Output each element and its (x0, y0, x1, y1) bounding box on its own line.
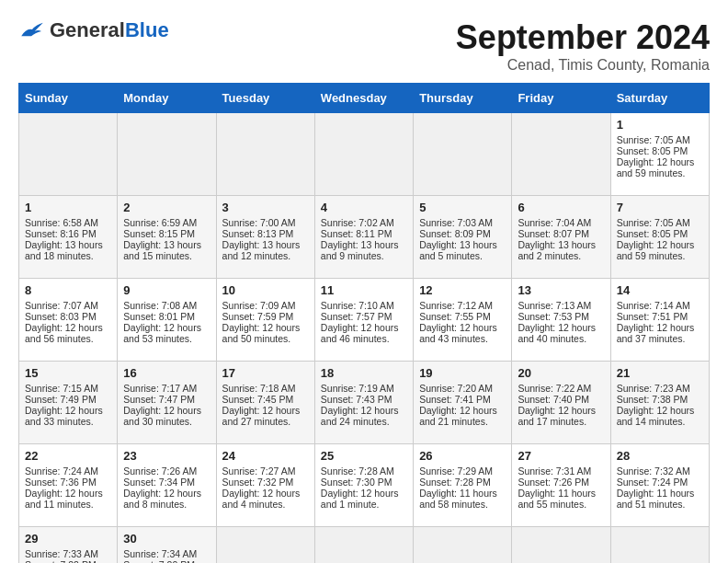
sunset-text: Sunset: 7:28 PM (419, 477, 506, 488)
table-cell: 17Sunrise: 7:18 AMSunset: 7:45 PMDayligh… (216, 362, 314, 444)
sunset-text: Sunset: 7:40 PM (518, 394, 604, 405)
day-number: 5 (419, 201, 506, 214)
day-number: 1 (617, 118, 703, 132)
daylight-text: Daylight: 12 hours and 43 minutes. (419, 322, 506, 344)
sunrise-text: Sunrise: 7:29 AM (419, 465, 506, 477)
daylight-text: Daylight: 11 hours and 51 minutes. (617, 488, 703, 510)
table-cell: 18Sunrise: 7:19 AMSunset: 7:43 PMDayligh… (314, 362, 413, 444)
sunset-text: Sunset: 8:03 PM (25, 311, 111, 322)
table-cell (314, 113, 413, 196)
sunrise-text: Sunrise: 7:17 AM (123, 383, 210, 394)
daylight-text: Daylight: 12 hours and 59 minutes. (617, 156, 703, 178)
sunset-text: Sunset: 7:53 PM (518, 311, 604, 322)
table-cell (414, 113, 512, 196)
daylight-text: Daylight: 13 hours and 15 minutes. (123, 239, 210, 261)
table-cell: 10Sunrise: 7:09 AMSunset: 7:59 PMDayligh… (216, 279, 314, 362)
sunset-text: Sunset: 7:49 PM (25, 394, 111, 405)
sunset-text: Sunset: 7:55 PM (419, 311, 506, 322)
sunrise-text: Sunrise: 7:13 AM (518, 300, 604, 311)
table-cell: 24Sunrise: 7:27 AMSunset: 7:32 PMDayligh… (216, 444, 314, 527)
table-cell (512, 113, 610, 196)
sunset-text: Sunset: 8:05 PM (617, 228, 703, 239)
header-wednesday: Wednesday (314, 84, 413, 113)
sunrise-text: Sunrise: 7:02 AM (321, 217, 407, 228)
day-number: 28 (617, 449, 703, 463)
sunrise-text: Sunrise: 7:24 AM (25, 465, 111, 477)
calendar-header-row: SundayMondayTuesdayWednesdayThursdayFrid… (19, 84, 710, 113)
table-cell: 21Sunrise: 7:23 AMSunset: 7:38 PMDayligh… (610, 362, 709, 444)
daylight-text: Daylight: 12 hours and 59 minutes. (617, 239, 703, 261)
sunrise-text: Sunrise: 7:32 AM (617, 465, 703, 477)
daylight-text: Daylight: 12 hours and 37 minutes. (617, 322, 703, 344)
day-number: 26 (419, 449, 506, 463)
sunrise-text: Sunrise: 6:59 AM (123, 217, 210, 228)
day-number: 21 (617, 366, 703, 380)
day-number: 17 (222, 366, 309, 380)
daylight-text: Daylight: 12 hours and 50 minutes. (222, 322, 309, 344)
table-cell: 25Sunrise: 7:28 AMSunset: 7:30 PMDayligh… (314, 444, 413, 527)
sunrise-text: Sunrise: 7:33 AM (25, 548, 111, 559)
table-cell: 28Sunrise: 7:32 AMSunset: 7:24 PMDayligh… (610, 444, 709, 527)
sunrise-text: Sunrise: 7:05 AM (617, 217, 703, 228)
sunset-text: Sunset: 8:11 PM (321, 228, 407, 239)
daylight-text: Daylight: 12 hours and 56 minutes. (25, 322, 111, 344)
sunrise-text: Sunrise: 7:15 AM (25, 383, 111, 394)
sunset-text: Sunset: 8:07 PM (518, 228, 604, 239)
day-number: 29 (25, 532, 111, 546)
location-subtitle: Cenad, Timis County, Romania (456, 57, 710, 74)
daylight-text: Daylight: 12 hours and 30 minutes. (123, 405, 210, 427)
sunset-text: Sunset: 7:26 PM (518, 477, 604, 488)
header-tuesday: Tuesday (216, 84, 314, 113)
sunset-text: Sunset: 8:05 PM (617, 145, 703, 156)
table-cell: 1Sunrise: 7:05 AMSunset: 8:05 PMDaylight… (610, 113, 709, 196)
table-cell: 6Sunrise: 7:04 AMSunset: 8:07 PMDaylight… (512, 196, 610, 279)
table-cell: 9Sunrise: 7:08 AMSunset: 8:01 PMDaylight… (118, 279, 216, 362)
header-monday: Monday (118, 84, 216, 113)
daylight-text: Daylight: 12 hours and 17 minutes. (518, 405, 604, 427)
day-number: 12 (419, 283, 506, 297)
table-cell (610, 527, 709, 564)
table-cell: 5Sunrise: 7:03 AMSunset: 8:09 PMDaylight… (414, 196, 512, 279)
day-number: 22 (25, 449, 111, 463)
daylight-text: Daylight: 13 hours and 5 minutes. (419, 239, 506, 261)
table-cell: 30Sunrise: 7:34 AMSunset: 7:20 PMDayligh… (118, 527, 216, 564)
daylight-text: Daylight: 12 hours and 11 minutes. (25, 488, 111, 510)
table-cell (118, 113, 216, 196)
sunset-text: Sunset: 7:32 PM (222, 477, 309, 488)
sunrise-text: Sunrise: 7:23 AM (617, 383, 703, 394)
day-number: 14 (617, 283, 703, 297)
daylight-text: Daylight: 13 hours and 2 minutes. (518, 239, 604, 261)
sunrise-text: Sunrise: 7:00 AM (222, 217, 309, 228)
month-title: September 2024 (456, 18, 710, 57)
sunset-text: Sunset: 7:51 PM (617, 311, 703, 322)
sunset-text: Sunset: 7:41 PM (419, 394, 506, 405)
table-cell: 4Sunrise: 7:02 AMSunset: 8:11 PMDaylight… (314, 196, 413, 279)
daylight-text: Daylight: 12 hours and 1 minute. (321, 488, 407, 510)
daylight-text: Daylight: 11 hours and 58 minutes. (419, 488, 506, 510)
table-cell: 20Sunrise: 7:22 AMSunset: 7:40 PMDayligh… (512, 362, 610, 444)
logo-general: General (50, 18, 125, 41)
day-number: 18 (321, 366, 407, 380)
table-cell: 1Sunrise: 6:58 AMSunset: 8:16 PMDaylight… (19, 196, 118, 279)
daylight-text: Daylight: 12 hours and 33 minutes. (25, 405, 111, 427)
table-cell (314, 527, 413, 564)
sunset-text: Sunset: 7:45 PM (222, 394, 309, 405)
logo-text: GeneralBlue (50, 18, 169, 42)
sunrise-text: Sunrise: 7:31 AM (518, 465, 604, 477)
table-cell: 23Sunrise: 7:26 AMSunset: 7:34 PMDayligh… (118, 444, 216, 527)
sunrise-text: Sunrise: 7:26 AM (123, 465, 210, 477)
day-number: 9 (123, 283, 210, 297)
daylight-text: Daylight: 12 hours and 46 minutes. (321, 322, 407, 344)
sunrise-text: Sunrise: 7:04 AM (518, 217, 604, 228)
daylight-text: Daylight: 12 hours and 4 minutes. (222, 488, 309, 510)
sunset-text: Sunset: 7:43 PM (321, 394, 407, 405)
day-number: 15 (25, 366, 111, 380)
table-cell: 11Sunrise: 7:10 AMSunset: 7:57 PMDayligh… (314, 279, 413, 362)
sunrise-text: Sunrise: 7:22 AM (518, 383, 604, 394)
sunrise-text: Sunrise: 7:09 AM (222, 300, 309, 311)
week-row-4: 22Sunrise: 7:24 AMSunset: 7:36 PMDayligh… (19, 444, 710, 527)
week-row-5: 29Sunrise: 7:33 AMSunset: 7:22 PMDayligh… (19, 527, 710, 564)
table-cell: 26Sunrise: 7:29 AMSunset: 7:28 PMDayligh… (414, 444, 512, 527)
day-number: 25 (321, 449, 407, 463)
sunset-text: Sunset: 7:47 PM (123, 394, 210, 405)
